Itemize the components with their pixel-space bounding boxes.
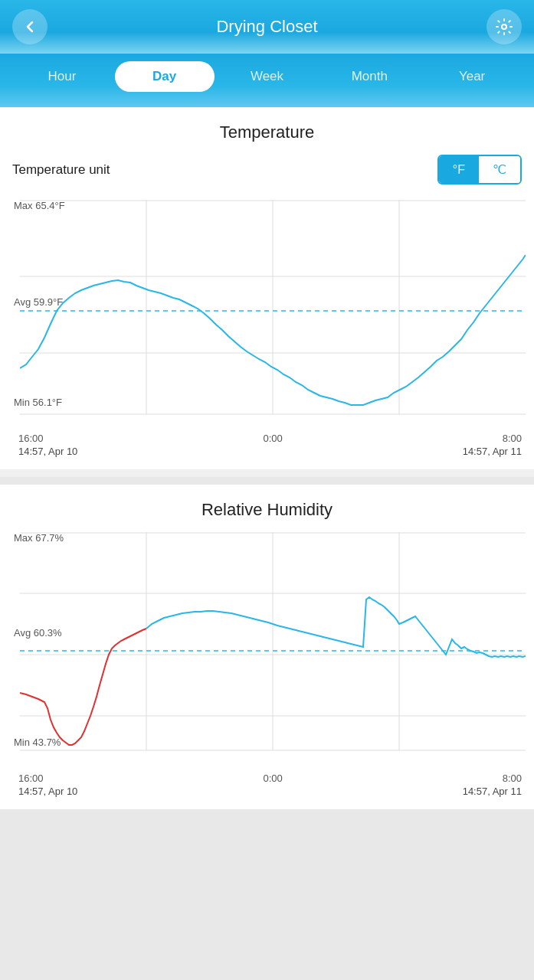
hum-x1: 16:00 (18, 773, 44, 784)
unit-selector: °F ℃ (437, 155, 522, 185)
hum-x3: 8:00 (503, 773, 522, 784)
svg-point-0 (502, 24, 506, 29)
temperature-chart-wrap: Max 65.4°F Avg 59.9°F Min 56.1°F (12, 200, 522, 457)
humidity-title: Relative Humidity (12, 500, 522, 520)
humidity-chart-svg (20, 532, 526, 769)
temp-min-label: Min 56.1°F (14, 397, 62, 408)
temp-date-start: 14:57, Apr 10 (18, 446, 77, 457)
tab-day[interactable]: Day (115, 61, 215, 92)
temperature-title: Temperature (12, 122, 522, 142)
humidity-card: Relative Humidity Max 67.7% Avg 60.3% Mi… (0, 485, 534, 809)
tab-bar: Hour Day Week Month Year (0, 54, 534, 107)
unit-f-button[interactable]: °F (439, 156, 479, 183)
temp-date-range: 14:57, Apr 10 14:57, Apr 11 (12, 446, 522, 457)
hum-date-end: 14:57, Apr 11 (463, 786, 522, 797)
temp-max-label: Max 65.4°F (14, 200, 65, 211)
unit-c-button[interactable]: ℃ (479, 156, 520, 183)
unit-label: Temperature unit (12, 162, 110, 178)
temp-date-end: 14:57, Apr 11 (463, 446, 522, 457)
temp-x1: 16:00 (18, 433, 44, 444)
tab-hour[interactable]: Hour (12, 61, 112, 92)
hum-max-label: Max 67.7% (14, 532, 64, 544)
tab-year[interactable]: Year (422, 61, 522, 92)
hum-date-start: 14:57, Apr 10 (18, 786, 77, 797)
hum-xaxis: 16:00 0:00 8:00 (12, 773, 522, 784)
hum-avg-label: Avg 60.3% (14, 627, 62, 639)
settings-button[interactable] (486, 9, 522, 44)
header: Drying Closet (0, 0, 534, 54)
temperature-card: Temperature Temperature unit °F ℃ Max 65… (0, 107, 534, 469)
temp-xaxis: 16:00 0:00 8:00 (12, 433, 522, 444)
tab-month[interactable]: Month (319, 61, 419, 92)
hum-x2: 0:00 (263, 773, 282, 784)
back-button[interactable] (12, 9, 48, 44)
temp-x3: 8:00 (503, 433, 522, 444)
humidity-chart-wrap: Max 67.7% Avg 60.3% Min 43.7% (12, 532, 522, 797)
page-title: Drying Closet (216, 17, 317, 37)
hum-min-label: Min 43.7% (14, 737, 61, 748)
hum-date-range: 14:57, Apr 10 14:57, Apr 11 (12, 786, 522, 797)
temperature-chart-svg (20, 200, 526, 430)
temp-avg-label: Avg 59.9°F (14, 296, 63, 308)
temp-x2: 0:00 (263, 433, 282, 444)
tab-week[interactable]: Week (218, 61, 317, 92)
content: Temperature Temperature unit °F ℃ Max 65… (0, 107, 534, 809)
unit-row: Temperature unit °F ℃ (12, 155, 522, 185)
